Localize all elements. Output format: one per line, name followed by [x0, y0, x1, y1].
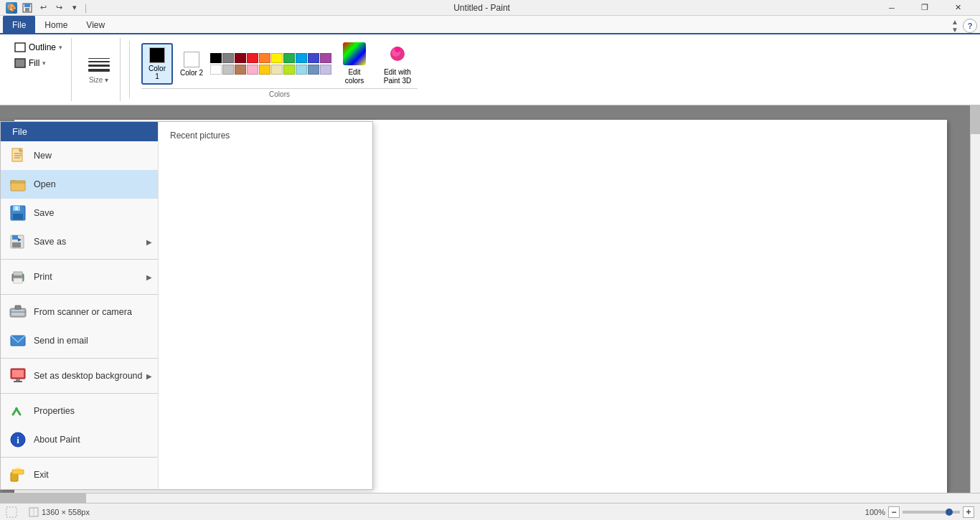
outline-label: Outline: [29, 42, 56, 52]
zoom-in-button[interactable]: +: [963, 506, 974, 518]
vertical-scrollbar-thumb[interactable]: [971, 105, 980, 134]
file-menu-print-label: Print: [34, 272, 52, 282]
outline-button[interactable]: Outline ▾: [11, 41, 65, 54]
palette-color-cream[interactable]: [271, 65, 283, 75]
svg-rect-18: [13, 214, 23, 219]
ribbon-arrow-up[interactable]: ▲: [951, 19, 958, 26]
help-button[interactable]: ?: [963, 19, 977, 33]
palette-color-lime[interactable]: [283, 65, 295, 75]
canvas-size-icon: [29, 507, 39, 517]
file-menu-print[interactable]: Print ▶: [1, 263, 158, 291]
email-icon: [9, 332, 27, 349]
palette-color-lavender[interactable]: [320, 65, 331, 75]
palette-color-lightgray[interactable]: [222, 65, 234, 75]
file-menu-overlay: File New: [0, 121, 373, 490]
save-quick-button[interactable]: [20, 1, 34, 15]
color2-swatch: [184, 52, 199, 67]
fill-label: Fill: [29, 58, 39, 68]
file-menu-properties[interactable]: Properties: [1, 397, 158, 425]
scanner-icon: [9, 303, 27, 321]
maximize-button[interactable]: ❐: [908, 0, 941, 16]
fill-button[interactable]: Fill ▾: [11, 57, 65, 70]
ribbon-arrow-down[interactable]: ▼: [951, 27, 958, 34]
file-menu-exit-label: Exit: [34, 470, 49, 480]
outline-fill-group: Outline ▾ Fill ▾: [11, 38, 65, 72]
minimize-button[interactable]: ─: [875, 0, 908, 16]
file-menu-saveas[interactable]: ▶ Save as ▶: [1, 227, 158, 256]
edit-colors-label: Edit colors: [340, 68, 369, 85]
vertical-scrollbar[interactable]: [970, 105, 980, 493]
file-menu-save[interactable]: Save: [1, 199, 158, 227]
desktop-icon: [9, 367, 27, 384]
ribbon-collapse-arrows[interactable]: ▲ ▼: [951, 19, 958, 34]
svg-point-27: [21, 276, 23, 278]
size-button[interactable]: Size ▾: [80, 52, 118, 87]
redo-button[interactable]: ↪: [52, 1, 66, 15]
palette-color-orange[interactable]: [259, 53, 270, 63]
file-menu-exit[interactable]: Exit: [1, 460, 158, 489]
zoom-out-button[interactable]: −: [888, 506, 900, 518]
edit-paint3d-label: Edit with Paint 3D: [383, 68, 412, 85]
palette-color-black[interactable]: [210, 53, 222, 63]
file-menu-left: File New: [1, 122, 159, 489]
palette-color-brown[interactable]: [235, 65, 246, 75]
tab-home[interactable]: Home: [35, 16, 77, 33]
svg-rect-30: [10, 311, 26, 313]
file-menu-new[interactable]: New: [1, 141, 158, 170]
status-bar-left: 1360 × 558px: [6, 506, 854, 518]
svg-rect-43: [6, 507, 17, 517]
palette-color-white[interactable]: [210, 65, 222, 75]
app-icon: 🎨: [6, 2, 17, 14]
palette-color-yellow[interactable]: [271, 53, 283, 63]
palette-color-green[interactable]: [283, 53, 295, 63]
color1-button[interactable]: Color 1: [141, 43, 173, 85]
horizontal-scrollbar-thumb[interactable]: [0, 493, 86, 504]
horizontal-scrollbar[interactable]: [0, 493, 980, 503]
separator-4: [1, 393, 158, 394]
undo-button[interactable]: ↩: [36, 1, 50, 15]
content-area: File New: [0, 105, 980, 493]
svg-rect-14: [11, 182, 25, 191]
file-menu-email[interactable]: Send in email: [1, 326, 158, 355]
title-bar-left: 🎨 ↩ ↪ ▾ |: [6, 1, 88, 15]
palette-color-gold[interactable]: [259, 65, 270, 75]
file-menu-about[interactable]: i About Paint: [1, 425, 158, 454]
palette-color-blue[interactable]: [308, 53, 319, 63]
quick-access-dropdown[interactable]: ▾: [67, 1, 82, 15]
saveas-arrow-icon: ▶: [146, 238, 152, 246]
svg-rect-19: [15, 207, 18, 210]
edit-paint3d-button[interactable]: Edit with Paint 3D: [377, 39, 418, 88]
tab-view[interactable]: View: [77, 16, 114, 33]
window-title: Untitled - Paint: [88, 3, 875, 13]
palette-color-purple[interactable]: [320, 53, 331, 63]
ribbon: File Home View Outline ▾ Fill ▾: [0, 16, 980, 105]
desktop-arrow-icon: ▶: [146, 372, 152, 380]
ribbon-outline-fill-section: Outline ▾ Fill ▾: [6, 38, 72, 101]
file-menu-scanner[interactable]: From scanner or camera: [1, 298, 158, 326]
file-menu-desktop[interactable]: Set as desktop background ▶: [1, 361, 158, 390]
palette-color-cyan[interactable]: [296, 53, 307, 63]
save-icon: [9, 204, 27, 222]
paint3d-icon: [386, 42, 409, 65]
palette-color-red[interactable]: [247, 53, 258, 63]
file-menu-open[interactable]: Open: [1, 170, 158, 199]
file-tab-label[interactable]: File: [1, 122, 158, 141]
svg-text:i: i: [17, 435, 19, 445]
svg-rect-34: [12, 370, 24, 377]
tab-file[interactable]: File: [3, 16, 35, 33]
palette-color-steelblue[interactable]: [308, 65, 319, 75]
svg-rect-2: [25, 8, 29, 11]
zoom-slider[interactable]: [903, 511, 960, 514]
palette-color-gray[interactable]: [222, 53, 234, 63]
close-button[interactable]: ✕: [941, 0, 974, 16]
palette-color-pink[interactable]: [247, 65, 258, 75]
color2-button[interactable]: Color 2: [176, 49, 207, 80]
palette-color-skyblue[interactable]: [296, 65, 307, 75]
ribbon-content: Outline ▾ Fill ▾: [0, 33, 980, 105]
svg-point-37: [15, 407, 18, 410]
file-menu-recent: Recent pictures: [159, 122, 372, 489]
edit-colors-button[interactable]: Edit colors: [334, 39, 374, 88]
zoom-slider-thumb[interactable]: [946, 509, 953, 516]
palette-color-darkred[interactable]: [235, 53, 246, 63]
selection-icon: [6, 506, 17, 518]
